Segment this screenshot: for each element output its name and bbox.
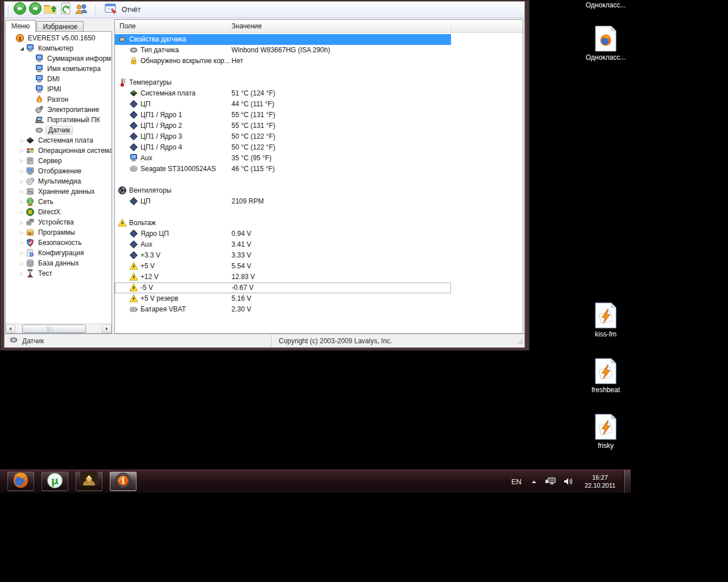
tree-item[interactable]: IPMI [6, 84, 111, 94]
sensor-row[interactable]: ЦП1 / Ядро 350 °C (122 °F) [115, 131, 523, 142]
sensor-row[interactable]: Aux3.41 V [115, 239, 523, 250]
sensor-row[interactable]: ЦП1 / Ядро 155 °C (131 °F) [115, 110, 523, 120]
expand-icon[interactable]: ▷ [18, 199, 26, 205]
tree-item[interactable]: ▷Тест [6, 268, 111, 278]
tree-item[interactable]: ▷Хранение данных [6, 186, 111, 197]
scrollbar-thumb[interactable] [22, 325, 86, 333]
tree-item[interactable]: ▷Операционная система [6, 146, 111, 156]
expand-icon[interactable]: ▷ [18, 261, 26, 266]
sensor-section-header[interactable]: Свойства датчика [115, 34, 451, 45]
horizontal-scrollbar[interactable] [6, 323, 111, 333]
sensor-row[interactable]: Seagate ST31000524AS46 °C (115 °F) [115, 164, 523, 174]
volume-icon[interactable] [560, 477, 577, 486]
folder-up-button[interactable] [43, 2, 58, 17]
tree-item[interactable]: ▷Мультимедиа [6, 176, 111, 186]
sensor-row[interactable]: Системная плата51 °C (124 °F) [115, 88, 523, 99]
tree-item[interactable]: ▷Устройства [6, 217, 111, 227]
show-hidden-icons-button[interactable] [527, 476, 541, 487]
desktop-icon-kiss-fm[interactable]: kiss-fm [581, 302, 630, 338]
taskbar-button-utorrent[interactable]: µ [42, 472, 68, 491]
tab-favorites[interactable]: Избранное [36, 21, 84, 31]
tree-item[interactable]: iEVEREST v5.00.1650 [6, 33, 111, 43]
show-desktop-button[interactable] [623, 470, 631, 493]
sensor-row[interactable]: +5 V резерв5.16 V [115, 293, 523, 304]
scroll-left-arrow[interactable] [6, 325, 15, 333]
tree-item[interactable]: ▷Сервер [6, 156, 111, 166]
expand-icon[interactable]: ▷ [18, 210, 26, 215]
sensor-row[interactable]: ЦП2109 RPM [115, 196, 523, 207]
tree-item[interactable]: DMI [6, 74, 111, 84]
sensor-row[interactable]: +12 V12.83 V [115, 272, 523, 282]
sensor-row[interactable]: Батарея VBAT2.30 V [115, 304, 523, 315]
tree-item[interactable]: ◢Компьютер [6, 43, 111, 53]
desktop-icon-freshbeat[interactable]: freshbeat [581, 357, 630, 394]
resize-grip[interactable] [517, 338, 523, 346]
refresh-button[interactable] [58, 2, 73, 17]
expand-icon[interactable]: ▷ [18, 169, 26, 174]
sensor-section-header[interactable]: Температуры [115, 77, 523, 88]
desktop-icon-frisky[interactable]: frisky [581, 413, 630, 450]
tree-item[interactable]: Имя компьютера [6, 64, 111, 74]
toolbar-grip[interactable] [8, 5, 10, 15]
taskbar-button-firefox[interactable] [7, 472, 34, 491]
tab-menu[interactable]: Меню [5, 20, 36, 32]
expand-icon[interactable]: ▷ [18, 179, 26, 184]
expand-icon[interactable]: ▷ [18, 230, 26, 235]
language-indicator[interactable]: EN [506, 477, 527, 486]
forward-button[interactable] [27, 2, 43, 17]
sensor-row[interactable]: Aux35 °C (95 °F) [115, 153, 523, 164]
tree-item[interactable]: Электропитание [6, 105, 111, 115]
expand-icon[interactable]: ▷ [18, 240, 26, 246]
tree-item[interactable]: Портативный ПК [6, 115, 111, 125]
column-divider[interactable] [451, 22, 452, 31]
column-header-field[interactable]: Поле [119, 22, 136, 30]
toolbar-grip[interactable] [96, 5, 97, 15]
network-icon[interactable] [541, 477, 560, 486]
sensor-row[interactable]: Тип датчикаWinbond W83667HG (ISA 290h) [115, 45, 523, 56]
tree-item[interactable]: ▷База данных [6, 258, 111, 268]
sensor-row[interactable]: -5 V-0.67 V [115, 282, 451, 293]
tree-item[interactable]: ▷Системная плата [6, 135, 111, 146]
back-button[interactable] [12, 2, 27, 17]
tree-item[interactable]: Датчик [6, 125, 111, 135]
expand-icon[interactable]: ▷ [18, 271, 26, 276]
column-divider[interactable] [229, 22, 229, 31]
column-header-value[interactable]: Значение [231, 22, 262, 30]
tree-item[interactable]: Разгон [6, 94, 111, 105]
users-button[interactable] [73, 2, 89, 17]
tree-item[interactable]: ▷Отображение [6, 166, 111, 176]
sensor-row[interactable]: +5 V5.54 V [115, 261, 523, 272]
sensor-value: 3.33 V [231, 250, 251, 261]
desktop-icon-однокласс-[interactable]: Однокласс... [581, 25, 630, 61]
sensor-row[interactable]: ЦП1 / Ядро 450 °C (122 °F) [115, 142, 523, 153]
taskbar-button-everest[interactable]: i [110, 472, 136, 491]
sensor-row[interactable]: ЦП44 °C (111 °F) [115, 99, 523, 110]
desktop-icon-однокласс-[interactable]: Однокласс... [581, 0, 630, 9]
expand-icon[interactable]: ▷ [18, 138, 26, 143]
tree-item[interactable]: ▷Программы [6, 227, 111, 238]
collapse-icon[interactable]: ◢ [18, 46, 26, 51]
tree-item[interactable]: ▷Безопасность [6, 238, 111, 248]
taskbar-button-game[interactable] [76, 472, 102, 491]
tree-item[interactable]: ▷DirectX [6, 207, 111, 217]
scrollbar-track[interactable] [15, 325, 102, 333]
sensor-row[interactable]: Обнаружено вскрытие кор...Нет [115, 56, 523, 66]
sensor-section-header[interactable]: Вольтаж [115, 218, 523, 228]
expand-icon[interactable]: ▷ [18, 148, 26, 153]
clock[interactable]: 16:27 22.10.2011 [580, 473, 620, 489]
expand-icon[interactable]: ▷ [18, 251, 26, 256]
sensor-field: Seagate ST31000524AS [140, 164, 216, 174]
expand-icon[interactable]: ▷ [18, 220, 26, 225]
sensor-row[interactable]: ЦП1 / Ядро 255 °C (131 °F) [115, 120, 523, 131]
expand-icon[interactable]: ▷ [18, 189, 26, 194]
sensor-row[interactable]: Ядро ЦП0.94 V [115, 228, 523, 239]
report-button[interactable]: Отчёт [100, 2, 146, 17]
tree-item[interactable]: ▷Сеть [6, 197, 111, 207]
sensor-row[interactable]: +3.3 V3.33 V [115, 250, 523, 261]
scroll-right-arrow[interactable] [102, 325, 111, 333]
tree-item[interactable]: ▷Конфигурация [6, 248, 111, 258]
sensor-section-header[interactable]: Вентиляторы [115, 185, 523, 196]
tree-item[interactable]: Суммарная информация [6, 53, 111, 64]
expand-icon[interactable]: ▷ [18, 159, 26, 164]
sensor-field: ЦП [140, 196, 151, 207]
